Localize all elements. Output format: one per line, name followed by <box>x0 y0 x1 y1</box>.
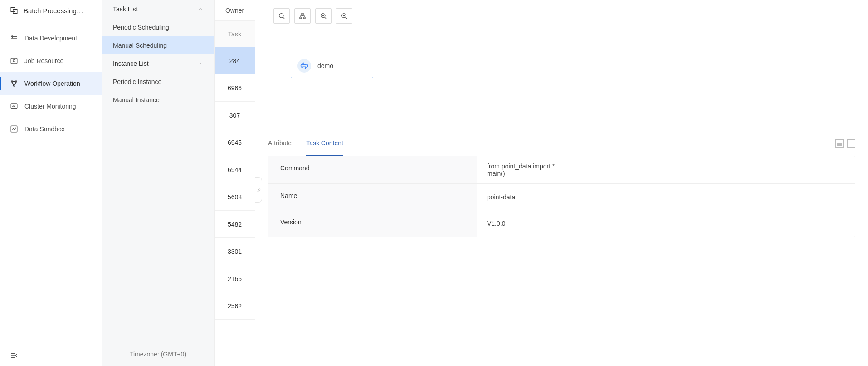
nav-label: Data Development <box>24 35 77 42</box>
svg-point-9 <box>279 14 283 18</box>
kv-key: Command <box>268 156 477 183</box>
nav-data-sandbox[interactable]: Data Sandbox <box>0 118 102 140</box>
subnav-label: Manual Scheduling <box>113 42 167 49</box>
svg-rect-7 <box>11 104 17 109</box>
subnav-manual-instance[interactable]: Manual Instance <box>102 91 214 109</box>
chevron-up-icon <box>198 6 203 12</box>
svg-point-6 <box>14 85 15 86</box>
task-row[interactable]: 5608 <box>215 183 255 211</box>
timezone-label: Timezone: (GMT+0) <box>102 342 214 366</box>
tab-label: Attribute <box>268 139 292 147</box>
task-row[interactable]: 6945 <box>215 129 255 156</box>
task-row[interactable]: 2165 <box>215 265 255 292</box>
search-icon <box>278 12 285 20</box>
list-header-owner: Owner <box>215 0 255 21</box>
zoom-in-icon <box>320 12 327 20</box>
chevron-up-icon <box>198 61 203 66</box>
svg-point-5 <box>15 81 17 82</box>
svg-point-3 <box>13 60 15 62</box>
nav-label: Job Resource <box>24 57 63 64</box>
tab-label: Task Content <box>306 139 343 147</box>
task-list-column: Owner Task 28469663076945694456085482330… <box>215 0 255 366</box>
nav-label: Cluster Monitoring <box>24 103 76 110</box>
nav-data-development[interactable]: Data Development <box>0 27 102 49</box>
nav-cluster-monitoring[interactable]: Cluster Monitoring <box>0 95 102 118</box>
zoom-out-button[interactable] <box>336 8 352 24</box>
nav-label: Workflow Operation <box>24 80 80 87</box>
task-row[interactable]: 5482 <box>215 211 255 238</box>
tab-attribute[interactable]: Attribute <box>268 131 292 156</box>
sandbox-icon <box>10 125 18 133</box>
row-version: Version V1.0.0 <box>268 210 855 237</box>
secondary-sidebar: Task List Periodic Scheduling Manual Sch… <box>102 0 215 366</box>
primary-sidebar: Batch Processing… Data Development Job R… <box>0 0 102 366</box>
main-area: demo Attribute Task Content <box>255 0 868 366</box>
nav-workflow-operation[interactable]: Workflow Operation <box>0 72 102 95</box>
svg-point-16 <box>305 68 306 68</box>
expand-list-button[interactable] <box>255 177 262 203</box>
svg-point-4 <box>11 81 13 82</box>
row-name: Name point-data <box>268 184 855 210</box>
task-row[interactable]: 284 <box>215 47 255 74</box>
task-row[interactable]: 6966 <box>215 74 255 102</box>
task-row[interactable]: 6944 <box>215 156 255 183</box>
kv-value: from point_data import * main() <box>477 156 855 183</box>
python-icon <box>297 59 311 73</box>
brand-header: Batch Processing… <box>0 0 102 21</box>
svg-rect-10 <box>302 13 303 15</box>
cluster-icon <box>10 102 18 110</box>
pane-split-button[interactable] <box>835 139 844 148</box>
task-row[interactable]: 2562 <box>215 292 255 320</box>
brand-title: Batch Processing… <box>24 7 83 15</box>
data-dev-icon <box>10 34 18 42</box>
workflow-canvas[interactable]: demo <box>255 0 868 131</box>
group-label: Instance List <box>113 60 149 67</box>
subnav-periodic-instance[interactable]: Periodic Instance <box>102 73 214 91</box>
kv-key: Version <box>268 210 477 237</box>
primary-nav: Data Development Job Resource Workflow O… <box>0 21 102 345</box>
group-instance-list[interactable]: Instance List <box>102 54 214 73</box>
collapse-sidebar-button[interactable] <box>0 345 102 366</box>
task-row[interactable]: 3301 <box>215 238 255 265</box>
subnav-label: Periodic Instance <box>113 78 161 85</box>
workflow-node-demo[interactable]: demo <box>291 54 373 78</box>
list-subheader-task: Task <box>215 21 255 47</box>
kv-value: V1.0.0 <box>477 210 855 237</box>
canvas-toolbar <box>273 8 850 24</box>
kv-value: point-data <box>477 184 855 210</box>
workflow-icon <box>10 79 18 88</box>
svg-point-15 <box>303 64 303 64</box>
zoom-in-button[interactable] <box>315 8 332 24</box>
svg-rect-2 <box>11 58 17 64</box>
details-pane: Attribute Task Content Command from poin… <box>255 131 868 366</box>
app-logo-icon <box>10 6 18 15</box>
nav-job-resource[interactable]: Job Resource <box>0 49 102 72</box>
nav-label: Data Sandbox <box>24 125 65 133</box>
layout-button[interactable] <box>294 8 311 24</box>
subnav-label: Manual Instance <box>113 96 160 104</box>
tab-task-content[interactable]: Task Content <box>306 131 343 156</box>
node-label: demo <box>317 62 333 69</box>
group-label: Task List <box>113 5 137 13</box>
job-resource-icon <box>10 57 18 65</box>
row-command: Command from point_data import * main() <box>268 156 855 184</box>
subnav-label: Periodic Scheduling <box>113 24 169 31</box>
sitemap-icon <box>299 12 306 20</box>
svg-rect-12 <box>303 17 305 19</box>
kv-key: Name <box>268 184 477 210</box>
subnav-periodic-scheduling[interactable]: Periodic Scheduling <box>102 18 214 36</box>
subnav-manual-scheduling[interactable]: Manual Scheduling <box>102 36 214 54</box>
details-tabs: Attribute Task Content <box>268 131 343 156</box>
zoom-out-icon <box>341 12 348 20</box>
task-content-table: Command from point_data import * main() … <box>268 156 855 237</box>
pane-maximize-button[interactable] <box>847 139 855 148</box>
group-task-list[interactable]: Task List <box>102 0 214 18</box>
svg-rect-11 <box>300 17 302 19</box>
search-button[interactable] <box>273 8 290 24</box>
task-row[interactable]: 307 <box>215 102 255 129</box>
